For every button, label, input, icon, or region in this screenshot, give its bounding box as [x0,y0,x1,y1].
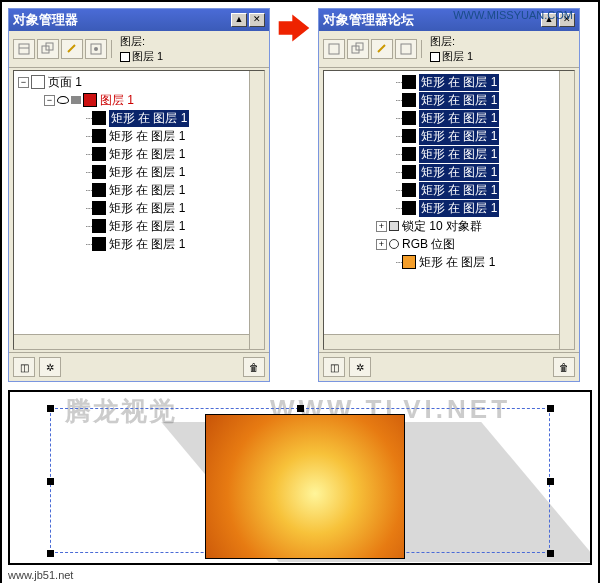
canvas-preview: 腾龙视觉 WWW.TLVI.NET [8,390,592,565]
page-icon [31,75,45,89]
titlebar[interactable]: 对象管理器 ▲ ✕ [9,9,269,31]
new-layer-button[interactable]: ◫ [323,357,345,377]
tree-item[interactable]: 矩形 在 图层 1 [109,200,186,217]
toolbar: 图层: 图层 1 [9,31,269,68]
eye-icon[interactable] [57,96,69,104]
rect-icon [402,165,416,179]
layer-label: 图层: [430,34,455,49]
page-label[interactable]: 页面 1 [48,74,82,91]
roll-up-button[interactable]: ▲ [231,13,247,27]
svg-rect-6 [329,44,339,54]
rect-icon [92,111,106,125]
selection-handle[interactable] [297,405,304,412]
svg-rect-0 [19,44,29,54]
delete-button[interactable]: 🗑 [243,357,265,377]
object-manager-panel-right: 对象管理器论坛 WWW.MISSYUAN.COM ▲ ✕ 图层: 图层 1 [318,8,580,382]
horizontal-scrollbar[interactable] [324,334,559,349]
url-watermark: WWW.MISSYUAN.COM [453,9,573,21]
rect-icon [402,75,416,89]
rect-icon [402,129,416,143]
rect-icon [402,201,416,215]
rect-icon [92,129,106,143]
selection-handle[interactable] [547,550,554,557]
tree-item[interactable]: 矩形 在 图层 1 [419,128,500,145]
svg-point-5 [94,47,98,51]
lock-group-label[interactable]: 锁定 10 对象群 [402,218,482,235]
tree-item[interactable]: 矩形 在 图层 1 [419,182,500,199]
toolbar-button-1[interactable] [323,39,345,59]
rgb-bitmap-label[interactable]: RGB 位图 [402,236,455,253]
horizontal-scrollbar[interactable] [14,334,249,349]
toolbar-button-3[interactable] [61,39,83,59]
toolbar: 图层: 图层 1 [319,31,579,68]
layer-name: 图层 1 [132,49,163,64]
tree-item[interactable]: 矩形 在 图层 1 [419,74,500,91]
expand-toggle[interactable]: + [376,221,387,232]
rect-icon [402,255,416,269]
tree-item[interactable]: 矩形 在 图层 1 [419,110,500,127]
rect-icon [92,147,106,161]
panel-footer: ◫ ✲ 🗑 [9,352,269,381]
object-manager-panel-left: 对象管理器 ▲ ✕ 图层: 图层 1 [8,8,270,382]
rect-icon [92,237,106,251]
tree-item[interactable]: 矩形 在 图层 1 [109,146,186,163]
tree-item[interactable]: 矩形 在 图层 1 [419,146,500,163]
magnifier-icon [389,239,399,249]
layer-name: 图层 1 [442,49,473,64]
rect-icon [402,111,416,125]
toolbar-button-2[interactable] [37,39,59,59]
toolbar-button-3[interactable] [371,39,393,59]
layer-label: 图层: [120,34,145,49]
bitmap-preview[interactable] [205,414,405,559]
panel-title: 对象管理器 [13,11,78,29]
tree-item[interactable]: 矩形 在 图层 1 [109,164,186,181]
layer-color-swatch [120,52,130,62]
selection-handle[interactable] [547,478,554,485]
vertical-scrollbar[interactable] [559,71,574,349]
expand-toggle[interactable]: − [18,77,29,88]
object-tree[interactable]: − 页面 1 − 图层 1 ┈矩形 在 图层 1 ┈矩形 在 图层 1 ┈矩形 … [13,70,265,350]
lock-icon [389,221,399,231]
arrow-icon [274,8,314,48]
selection-handle[interactable] [47,550,54,557]
new-master-button[interactable]: ✲ [349,357,371,377]
rect-icon [92,201,106,215]
new-layer-button[interactable]: ◫ [13,357,35,377]
tree-item[interactable]: 矩形 在 图层 1 [419,92,500,109]
rect-icon [402,183,416,197]
rect-icon [92,165,106,179]
selection-handle[interactable] [547,405,554,412]
expand-toggle[interactable]: + [376,239,387,250]
delete-button[interactable]: 🗑 [553,357,575,377]
selection-handle[interactable] [47,405,54,412]
tree-item[interactable]: 矩形 在 图层 1 [109,218,186,235]
selection-handle[interactable] [47,478,54,485]
tree-item[interactable]: 矩形 在 图层 1 [109,128,186,145]
close-button[interactable]: ✕ [249,13,265,27]
tree-item[interactable]: 矩形 在 图层 1 [419,164,500,181]
rect-icon [402,93,416,107]
layer-color-swatch [430,52,440,62]
tree-item[interactable]: 矩形 在 图层 1 [109,236,186,253]
panel-footer: ◫ ✲ 🗑 [319,352,579,381]
object-tree[interactable]: ┈矩形 在 图层 1 ┈矩形 在 图层 1 ┈矩形 在 图层 1 ┈矩形 在 图… [323,70,575,350]
toolbar-button-4[interactable] [395,39,417,59]
toolbar-button-2[interactable] [347,39,369,59]
rect-icon [92,219,106,233]
toolbar-button-1[interactable] [13,39,35,59]
tree-item[interactable]: 矩形 在 图层 1 [109,182,186,199]
tree-item[interactable]: 矩形 在 图层 1 [109,110,190,127]
tree-item[interactable]: 矩形 在 图层 1 [419,254,496,271]
titlebar[interactable]: 对象管理器论坛 WWW.MISSYUAN.COM ▲ ✕ [319,9,579,31]
tree-item[interactable]: 矩形 在 图层 1 [419,200,500,217]
layer-label[interactable]: 图层 1 [100,92,134,109]
expand-toggle[interactable]: − [44,95,55,106]
svg-rect-9 [401,44,411,54]
toolbar-button-4[interactable] [85,39,107,59]
print-icon[interactable] [71,96,81,104]
new-master-button[interactable]: ✲ [39,357,61,377]
panel-title: 对象管理器论坛 [323,11,414,29]
site-url: www.jb51.net [8,569,592,581]
vertical-scrollbar[interactable] [249,71,264,349]
rect-icon [92,183,106,197]
